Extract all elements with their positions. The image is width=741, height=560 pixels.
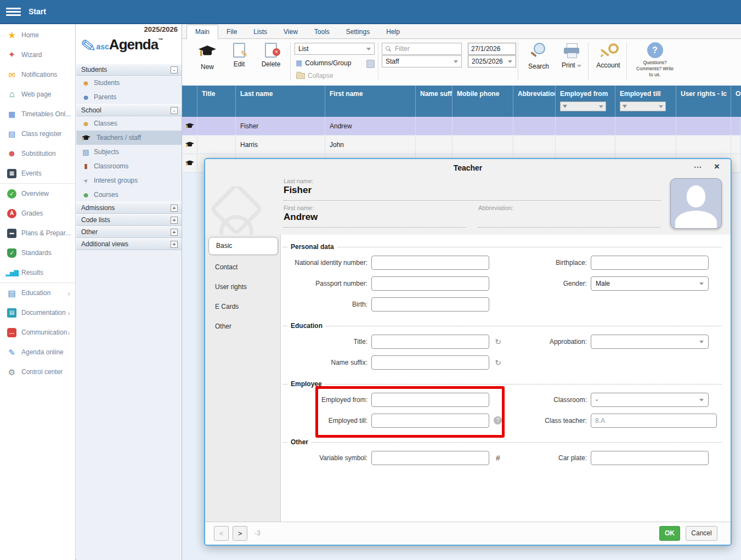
approbation-select[interactable] — [591, 335, 709, 349]
tree-section-other[interactable]: Other+ — [76, 226, 182, 238]
field-underline[interactable] — [478, 227, 660, 228]
sidebar-item-documentation[interactable]: ▤Documentation› — [0, 303, 75, 323]
tree-section-students[interactable]: Students- — [76, 64, 182, 76]
gender-select[interactable]: Male — [591, 276, 709, 291]
column-header-name-suffix[interactable]: Name suffi — [416, 86, 452, 117]
menu-tab-tools[interactable]: Tools — [306, 25, 338, 38]
name-suffix-input[interactable] — [371, 355, 489, 370]
tree-item-parents[interactable]: ☻Parents — [76, 90, 182, 104]
sidebar-item-agenda-online[interactable]: ✎Agenda online — [0, 342, 75, 362]
prev-record-button[interactable]: < — [214, 526, 229, 541]
collapse-toggle-icon[interactable]: - — [171, 107, 178, 114]
next-record-button[interactable]: > — [233, 526, 247, 541]
icon-column-header[interactable] — [182, 86, 197, 117]
menu-tab-main[interactable]: Main — [186, 25, 218, 39]
new-button[interactable]: New — [193, 41, 222, 71]
title-input[interactable] — [371, 335, 489, 349]
tree-item-subjects[interactable]: ▤Subjects — [76, 145, 182, 159]
employed-from-input[interactable] — [371, 393, 489, 407]
sidebar-item-wizard[interactable]: ✦Wizard — [0, 45, 75, 65]
sidebar-item-class-register[interactable]: ▤Class register — [0, 124, 75, 144]
sidebar-item-home[interactable]: ★Home — [0, 25, 75, 45]
refresh-icon[interactable]: ↻ — [494, 355, 502, 370]
column-header-user-rights[interactable]: User rights - Ic — [676, 86, 731, 117]
tree-section-code-lists[interactable]: Code lists+ — [76, 214, 182, 226]
sidebar-item-notifications[interactable]: ✉Notifications — [0, 65, 75, 84]
column-header-last-name[interactable]: Last name — [236, 86, 325, 117]
column-header-employed-till[interactable]: Employed till — [615, 86, 676, 117]
classroom-select[interactable]: - — [591, 393, 709, 407]
class-teacher-input[interactable] — [591, 414, 717, 428]
tab-other[interactable]: Other — [205, 318, 280, 335]
filter-input[interactable] — [394, 44, 459, 53]
column-header-employed-from[interactable]: Employed from — [556, 86, 615, 117]
tab-e-cards[interactable]: E Cards — [205, 298, 280, 315]
sidebar-item-education[interactable]: ▤Education› — [0, 283, 75, 303]
employed-till-filter[interactable] — [620, 101, 666, 111]
hamburger-menu-icon[interactable] — [6, 6, 21, 18]
tree-section-school[interactable]: School- — [76, 104, 182, 116]
menu-tab-settings[interactable]: Settings — [338, 25, 378, 38]
column-header-mobile-phone[interactable]: Mobile phone — [452, 86, 513, 117]
date-input[interactable] — [468, 43, 516, 55]
close-icon[interactable]: × — [714, 162, 720, 171]
tab-user-rights[interactable]: User rights — [205, 279, 280, 295]
sidebar-item-plans[interactable]: ▬Plans & Prepar... — [0, 223, 75, 243]
table-row[interactable]: Harris John — [182, 135, 741, 154]
tree-item-students[interactable]: ☻Students — [76, 76, 182, 90]
filter-searchbox[interactable] — [382, 43, 462, 55]
first-name-value[interactable]: Andrew — [284, 212, 318, 223]
dialog-menu-button[interactable]: ... — [694, 161, 702, 169]
avatar[interactable] — [670, 178, 722, 229]
column-header-abbreviation[interactable]: Abbreviatior — [513, 86, 556, 117]
car-plate-input[interactable] — [591, 451, 709, 465]
tree-section-additional-views[interactable]: Additional views+ — [76, 238, 182, 250]
sidebar-item-grades[interactable]: AGrades — [0, 203, 75, 223]
table-row[interactable]: Fisher Andrew — [182, 117, 741, 135]
menu-tab-view[interactable]: View — [275, 25, 306, 38]
employed-till-input[interactable] — [371, 414, 489, 428]
save-layout-icon[interactable] — [366, 60, 375, 68]
sidebar-item-overview[interactable]: ✓Overview — [0, 184, 75, 203]
tab-basic[interactable]: Basic — [208, 237, 278, 255]
sidebar-item-timetables[interactable]: ▦Timetables Onl... — [0, 104, 75, 124]
tree-item-classes[interactable]: ☻Classes — [76, 116, 182, 131]
collapse-toggle-icon[interactable]: - — [171, 66, 178, 73]
ok-button[interactable]: OK — [659, 526, 680, 541]
columns-group-button[interactable]: ▦ Columns/Group — [296, 59, 351, 67]
passport-number-input[interactable] — [371, 276, 489, 291]
sidebar-item-substitution[interactable]: ☻Substitution — [0, 144, 75, 163]
expand-toggle-icon[interactable]: + — [171, 241, 178, 248]
edit-button[interactable]: ✎ Edit — [226, 42, 252, 68]
sidebar-item-standards[interactable]: ✓Standards — [0, 243, 75, 263]
variable-symbol-input[interactable] — [371, 451, 489, 465]
search-button[interactable]: Search — [523, 42, 554, 70]
employed-from-filter[interactable] — [560, 101, 606, 111]
birth-input[interactable] — [371, 297, 489, 312]
sidebar-item-results[interactable]: ▂▅▇Results — [0, 263, 75, 282]
national-identity-number-input[interactable] — [371, 256, 489, 270]
tree-item-teachers-staff[interactable]: Teachers / staff — [76, 131, 182, 145]
birthplace-input[interactable] — [591, 256, 709, 270]
tab-contact[interactable]: Contact — [205, 259, 280, 275]
tree-item-courses[interactable]: ☻Courses — [76, 188, 182, 202]
sidebar-item-control-center[interactable]: ⚙Control center — [0, 362, 75, 382]
sidebar-item-communication[interactable]: …Communication› — [0, 323, 75, 342]
delete-button[interactable]: × Delete — [257, 42, 285, 68]
column-header-other[interactable]: Ot — [731, 86, 741, 117]
print-button[interactable]: Print — [557, 42, 586, 69]
list-view-select[interactable]: List — [295, 43, 375, 55]
last-name-value[interactable]: Fisher — [284, 185, 312, 196]
column-header-title[interactable]: Title — [197, 86, 236, 117]
expand-toggle-icon[interactable]: + — [171, 217, 178, 224]
account-button[interactable]: Account — [592, 42, 624, 69]
cancel-button[interactable]: Cancel — [686, 526, 717, 541]
tree-section-admissions[interactable]: Admissions+ — [76, 202, 182, 214]
expand-toggle-icon[interactable]: + — [171, 229, 178, 236]
column-header-first-name[interactable]: First name — [325, 86, 416, 117]
menu-tab-help[interactable]: Help — [378, 25, 408, 38]
questions-button[interactable]: ? Questions? Comments? Write to us. — [633, 42, 677, 78]
sidebar-item-events[interactable]: ▦Events — [0, 163, 75, 183]
school-year-select[interactable]: 2025/2026 — [468, 55, 516, 67]
sidebar-item-web-page[interactable]: ⌂Web page — [0, 84, 75, 104]
